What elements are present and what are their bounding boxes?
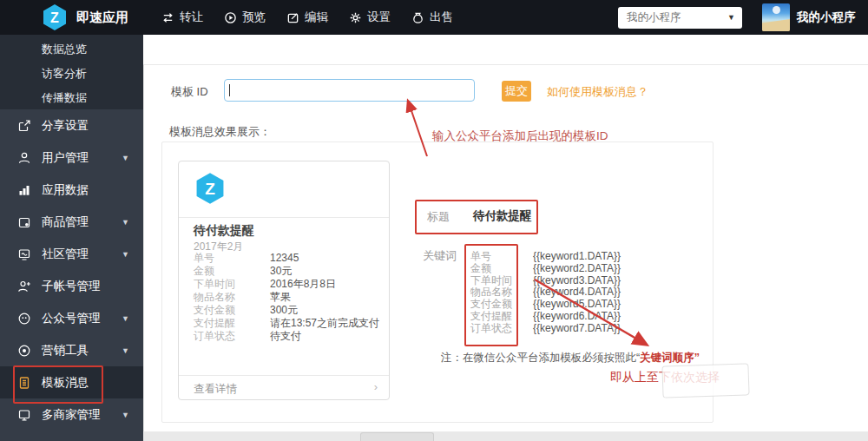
svg-text:Z: Z xyxy=(205,180,215,198)
community-icon xyxy=(17,247,31,261)
sidebar-item-official-account-management[interactable]: 公众号管理 ▼ xyxy=(0,302,143,334)
nav-label: 出售 xyxy=(430,10,453,25)
sidebar-menu: 分享设置 用户管理 ▼ 应用数据 商品管理 ▼ xyxy=(0,109,143,431)
detail-keywords-label: 关键词 xyxy=(423,248,457,264)
annotation-order-tip: 即从上至下依次选择 xyxy=(610,370,720,385)
sell-icon xyxy=(411,11,424,24)
sidebar-item-label: 用户管理 xyxy=(42,150,89,166)
keyword-rows: 单号{{keyword1.DATA}} 金额{{keyword2.DATA}} … xyxy=(470,251,621,335)
nav-label: 转让 xyxy=(180,10,203,25)
settings-icon xyxy=(349,11,362,24)
keyword-name: 物品名称 xyxy=(470,286,533,299)
bottom-strip xyxy=(143,431,868,441)
multistore-icon xyxy=(17,408,31,422)
sidebar-item-label: 多商家管理 xyxy=(42,407,101,423)
nav-sell[interactable]: 出售 xyxy=(411,10,453,25)
keyword-row: 下单时间{{keyword3.DATA}} xyxy=(470,275,621,287)
field-value: 请在13:57之前完成支付 xyxy=(270,317,379,330)
keyword-placeholder: {{keyword2.DATA}} xyxy=(533,263,621,275)
field-label: 下单时间 xyxy=(194,278,270,291)
card-field-row: 物品名称苹果 xyxy=(194,291,380,304)
sidebar-item-share-settings[interactable]: 分享设置 xyxy=(0,109,143,142)
sidebar-item-app-data[interactable]: 应用数据 xyxy=(0,174,143,206)
field-value: 待支付 xyxy=(270,330,301,343)
transfer-icon xyxy=(161,11,174,24)
miniapp-selector[interactable]: 我的小程序 ▼ xyxy=(618,7,742,29)
page-header xyxy=(143,35,868,65)
edit-icon xyxy=(286,11,299,24)
nav-transfer[interactable]: 转让 xyxy=(161,10,203,25)
nav-edit[interactable]: 编辑 xyxy=(286,10,328,25)
keyword-placeholder: {{keyword4.DATA}} xyxy=(533,286,621,299)
field-label: 订单状态 xyxy=(194,330,270,343)
nav-settings[interactable]: 设置 xyxy=(349,10,391,25)
chevron-down-icon: ▼ xyxy=(122,218,129,227)
keyword-row: 单号{{keyword1.DATA}} xyxy=(470,251,621,263)
svg-text:Z: Z xyxy=(50,10,59,25)
sidebar-item-subaccount-management[interactable]: 子帐号管理 xyxy=(0,270,143,302)
keyword-placeholder: {{keyword5.DATA}} xyxy=(533,299,621,311)
keyword-name: 金额 xyxy=(470,263,533,275)
account-label[interactable]: 我的小程序 xyxy=(797,0,856,35)
sidebar-item-label: 应用数据 xyxy=(42,182,89,198)
help-link[interactable]: 如何使用模板消息？ xyxy=(547,84,648,100)
keyword-placeholder: {{keyword7.DATA}} xyxy=(533,323,621,335)
sidebar-item-user-management[interactable]: 用户管理 ▼ xyxy=(0,142,143,174)
keyword-row: 支付提醒{{keyword6.DATA}} xyxy=(470,311,621,323)
card-fields: 单号12345 金额30元 下单时间2016年8月8日 物品名称苹果 支付金额3… xyxy=(194,252,380,343)
nav-label: 设置 xyxy=(367,10,391,25)
template-id-input[interactable] xyxy=(224,79,475,102)
field-label: 支付提醒 xyxy=(194,317,270,330)
sidebar-item-multistore-management[interactable]: 多商家管理 ▼ xyxy=(0,398,143,431)
card-field-row: 支付金额300元 xyxy=(194,304,380,317)
template-id-label: 模板 ID xyxy=(171,84,208,100)
detail-title-value: 待付款提醒 xyxy=(473,208,532,224)
card-logo-icon: Z xyxy=(194,172,227,205)
preview-section-label: 模板消息效果展示： xyxy=(169,124,271,140)
annotation-note-prefix: 注：在微信公众平台添加模板必须按照此“ xyxy=(441,352,640,364)
keyword-row: 物品名称{{keyword4.DATA}} xyxy=(470,286,621,299)
keyword-placeholder: {{keyword6.DATA}} xyxy=(533,311,621,323)
top-navigation: 转让 预览 编辑 设置 xyxy=(161,0,453,35)
subaccount-icon xyxy=(17,280,31,293)
sidebar-item-template-message[interactable]: 模板消息 xyxy=(0,366,143,398)
marketing-icon xyxy=(17,344,31,358)
sidebar-item-community-management[interactable]: 社区管理 ▼ xyxy=(0,238,143,270)
official-account-icon xyxy=(17,312,31,326)
keyword-name: 订单状态 xyxy=(470,323,533,335)
field-value: 12345 xyxy=(270,252,299,265)
nav-preview[interactable]: 预览 xyxy=(224,10,266,25)
miniapp-selector-value: 我的小程序 xyxy=(627,11,681,23)
card-field-row: 订单状态待支付 xyxy=(194,330,380,343)
view-detail-link[interactable]: 查看详情 xyxy=(194,382,237,397)
field-value: 300元 xyxy=(270,304,298,317)
divider xyxy=(179,217,389,218)
sidebar-item-visitor-analysis[interactable]: 访客分析 xyxy=(0,62,143,86)
chevron-down-icon: ▼ xyxy=(122,314,129,323)
keyword-placeholder: {{keyword3.DATA}} xyxy=(533,275,621,287)
keyword-placeholder: {{keyword1.DATA}} xyxy=(533,251,621,263)
submit-button[interactable]: 提交 xyxy=(502,81,531,102)
chevron-down-icon: ▼ xyxy=(122,154,129,162)
chevron-right-icon: › xyxy=(374,380,378,393)
card-field-row: 金额30元 xyxy=(194,265,380,278)
keyword-name: 支付金额 xyxy=(470,299,533,311)
sidebar-item-label: 营销工具 xyxy=(42,343,89,359)
template-message-icon xyxy=(17,376,31,390)
text-cursor xyxy=(229,84,230,96)
sidebar-item-data-overview[interactable]: 数据总览 xyxy=(0,37,143,62)
field-value: 苹果 xyxy=(270,291,291,304)
chevron-down-icon: ▼ xyxy=(122,411,129,419)
sidebar-item-marketing-tools[interactable]: 营销工具 ▼ xyxy=(0,334,143,366)
sidebar: 数据总览 访客分析 传播数据 分享设置 用户管理 ▼ xyxy=(0,35,143,441)
sidebar-item-spread-data[interactable]: 传播数据 xyxy=(0,86,143,110)
sidebar-item-goods-management[interactable]: 商品管理 ▼ xyxy=(0,206,143,238)
keyword-name: 单号 xyxy=(470,251,533,263)
sidebar-item-label: 公众号管理 xyxy=(42,311,101,326)
field-value: 30元 xyxy=(270,265,292,278)
sidebar-item-label: 商品管理 xyxy=(42,214,89,230)
field-label: 金额 xyxy=(194,265,270,278)
keyword-row: 订单状态{{keyword7.DATA}} xyxy=(470,323,621,335)
template-preview-card: Z 待付款提醒 2017年2月 单号12345 金额30元 下单时间2016年8… xyxy=(178,161,390,400)
user-avatar[interactable] xyxy=(762,3,790,31)
